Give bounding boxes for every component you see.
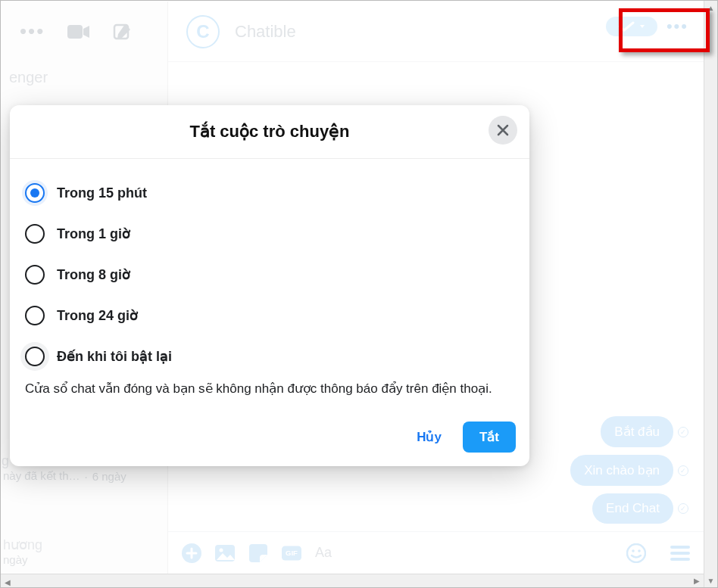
option-label: Trong 15 phút bbox=[57, 185, 147, 201]
chat-avatar[interactable]: C bbox=[186, 15, 220, 48]
scroll-up-arrow[interactable]: ▲ bbox=[704, 1, 717, 14]
notifications-toggle[interactable] bbox=[606, 17, 657, 36]
message-input[interactable]: Aa bbox=[315, 545, 613, 561]
sent-message[interactable]: End Chat bbox=[592, 493, 673, 524]
gif-icon[interactable]: GIF bbox=[282, 543, 301, 563]
header-actions: ••• bbox=[606, 17, 688, 36]
modal-body: Trong 15 phút Trong 1 giờ Trong 8 giờ Tr… bbox=[10, 159, 529, 415]
thread-sub-text: này đã kết th… bbox=[3, 469, 80, 483]
sidebar-heading: enger bbox=[2, 58, 167, 97]
option-8-hours[interactable]: Trong 8 giờ bbox=[25, 254, 514, 295]
option-label: Trong 1 giờ bbox=[57, 226, 130, 242]
thread-time: 6 ngày bbox=[92, 470, 126, 483]
message-row: Bắt đầu ✓ bbox=[601, 416, 688, 447]
svg-point-8 bbox=[632, 549, 635, 552]
chat-header: C Chatible ••• bbox=[168, 2, 704, 62]
sticker-icon[interactable] bbox=[248, 543, 268, 563]
radio-unselected[interactable] bbox=[25, 306, 45, 325]
sidebar-thread-2[interactable]: hương ngày bbox=[3, 537, 42, 566]
close-button[interactable] bbox=[489, 116, 517, 145]
message-row: End Chat ✓ bbox=[592, 493, 688, 524]
photo-icon[interactable] bbox=[215, 543, 235, 563]
chat-title[interactable]: Chatible bbox=[235, 22, 296, 42]
check-icon bbox=[618, 21, 635, 32]
vertical-scrollbar[interactable]: ▲ ▼ bbox=[704, 1, 717, 587]
compose-icon[interactable] bbox=[113, 22, 133, 42]
sent-message[interactable]: Xin chào bạn bbox=[570, 455, 673, 486]
svg-point-4 bbox=[220, 548, 223, 552]
thread-subtitle: này đã kết th… · 6 ngày bbox=[2, 469, 126, 483]
chat-more-icon[interactable]: ••• bbox=[666, 17, 688, 36]
modal-title: Tắt cuộc trò chuyện bbox=[25, 122, 514, 142]
message-row: Xin chào bạn ✓ bbox=[570, 455, 688, 486]
window-frame: ••• enger g này đã kết th… · 6 ngày hươn… bbox=[0, 0, 718, 588]
svg-point-7 bbox=[627, 544, 645, 562]
scroll-down-arrow[interactable]: ▼ bbox=[704, 574, 717, 587]
option-label: Trong 8 giờ bbox=[57, 266, 130, 283]
option-1-hour[interactable]: Trong 1 giờ bbox=[25, 213, 514, 254]
emoji-icon[interactable] bbox=[626, 543, 646, 563]
more-icon[interactable]: ••• bbox=[20, 20, 45, 43]
svg-rect-0 bbox=[67, 25, 83, 39]
radio-unselected[interactable] bbox=[25, 347, 45, 366]
video-icon[interactable] bbox=[67, 23, 90, 40]
option-15-minutes[interactable]: Trong 15 phút bbox=[25, 173, 514, 213]
mute-conversation-modal: Tắt cuộc trò chuyện Trong 15 phút Trong … bbox=[10, 105, 529, 466]
option-label: Trong 24 giờ bbox=[57, 307, 138, 324]
confirm-button[interactable]: Tắt bbox=[463, 422, 516, 453]
add-icon[interactable] bbox=[182, 543, 201, 563]
radio-unselected[interactable] bbox=[25, 224, 45, 244]
modal-footer: Hủy Tắt bbox=[10, 415, 529, 466]
sent-status-icon: ✓ bbox=[678, 465, 688, 476]
radio-selected[interactable] bbox=[25, 183, 45, 203]
radio-unselected[interactable] bbox=[25, 265, 45, 285]
sent-message[interactable]: Bắt đầu bbox=[601, 416, 673, 447]
bullet: · bbox=[85, 470, 88, 483]
sidebar-toolbar: ••• bbox=[2, 20, 167, 58]
modal-header: Tắt cuộc trò chuyện bbox=[10, 105, 529, 159]
thread-sub-2: ngày bbox=[3, 553, 42, 566]
scroll-left-arrow[interactable]: ◀ bbox=[1, 576, 14, 588]
menu-icon[interactable] bbox=[670, 546, 690, 561]
sent-status-icon: ✓ bbox=[678, 427, 688, 437]
sent-status-icon: ✓ bbox=[678, 503, 688, 514]
message-list: Bắt đầu ✓ Xin chào bạn ✓ End Chat ✓ bbox=[570, 416, 688, 524]
cancel-button[interactable]: Hủy bbox=[401, 422, 457, 453]
scroll-right-arrow[interactable]: ▶ bbox=[690, 574, 704, 587]
horizontal-scrollbar[interactable]: ◀ ▶ bbox=[1, 574, 704, 587]
option-label: Đến khi tôi bật lại bbox=[57, 348, 172, 365]
chevron-down-icon bbox=[639, 23, 645, 30]
thread-name-2: hương bbox=[3, 537, 42, 553]
modal-description: Cửa sổ chat vẫn đóng và bạn sẽ không nhậ… bbox=[25, 377, 514, 412]
close-icon bbox=[497, 124, 509, 136]
svg-text:GIF: GIF bbox=[286, 549, 298, 557]
option-until-reenable[interactable]: Đến khi tôi bật lại bbox=[25, 336, 514, 377]
composer: GIF Aa bbox=[168, 531, 704, 574]
option-24-hours[interactable]: Trong 24 giờ bbox=[25, 295, 514, 336]
svg-point-9 bbox=[638, 549, 641, 552]
